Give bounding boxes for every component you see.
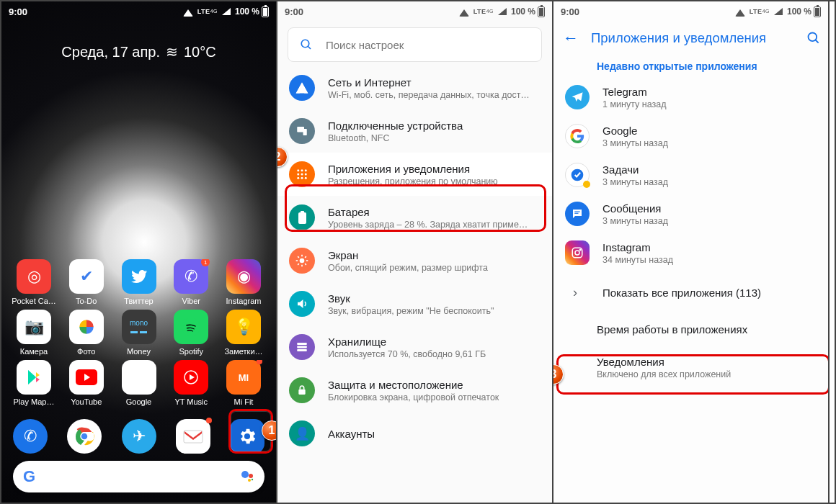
item-title: Сеть и Интернет: [328, 76, 541, 89]
status-bar: 9:00 LTE4G 100 %: [553, 1, 828, 22]
app-phone[interactable]: ✆: [13, 419, 48, 454]
app-viber[interactable]: ✆1 Viber: [169, 259, 213, 305]
svg-point-17: [301, 169, 303, 171]
app-label: Google: [126, 397, 151, 406]
back-button[interactable]: ←: [561, 29, 581, 48]
app-twitter[interactable]: Твиттер: [117, 259, 161, 305]
search-button[interactable]: [806, 31, 821, 45]
app-ytmusic[interactable]: YT Music: [169, 360, 213, 406]
app-chrome[interactable]: [67, 419, 102, 454]
svg-point-21: [305, 174, 307, 176]
item-sub: Wi-Fi, моб. сеть, передача данных, точка…: [328, 90, 541, 100]
ytmusic-icon: [181, 367, 201, 387]
svg-rect-36: [297, 343, 307, 345]
telegram-icon: ✈: [133, 427, 146, 446]
recent-app-telegram[interactable]: Telegram 1 минуту назад: [553, 78, 828, 117]
app-instagram[interactable]: ◉ Instagram: [221, 259, 266, 305]
svg-line-35: [305, 256, 306, 258]
show-all-apps[interactable]: › Показать все приложения (113): [553, 272, 828, 313]
google-g-icon: [570, 129, 584, 143]
app-pocketcasts[interactable]: ◎ Pocket Ca…: [12, 259, 56, 305]
app-settings[interactable]: [230, 419, 264, 454]
sound-icon: [295, 297, 308, 310]
dock: ✆ ✈: [1, 410, 276, 456]
settings-connected[interactable]: Подключенные устройства Bluetooth, NFC: [277, 109, 552, 153]
recent-app-instagram[interactable]: Instagram 34 минуты назад: [553, 233, 828, 272]
mi-icon: MI: [239, 372, 249, 383]
settings-display[interactable]: Экран Обои, спящий режим, размер шрифта: [277, 239, 552, 282]
settings-security[interactable]: Защита и местоположение Блокировка экран…: [277, 369, 552, 412]
camera-icon: 📷: [25, 318, 44, 336]
app-gmail[interactable]: [176, 419, 210, 454]
svg-point-46: [575, 251, 579, 255]
weather-icon: ≋: [166, 43, 178, 60]
app-name: Задачи: [602, 163, 817, 176]
spotify-icon: [181, 317, 201, 337]
app-label: YT Music: [174, 397, 208, 406]
app-telegram[interactable]: ✈: [122, 419, 156, 454]
search-settings[interactable]: Поиск настроек: [288, 27, 542, 62]
svg-rect-37: [297, 346, 307, 348]
chevron-right-icon: ›: [565, 285, 585, 300]
status-time: 9:00: [9, 6, 27, 17]
app-google-folder[interactable]: Google: [117, 360, 161, 406]
svg-point-12: [301, 40, 309, 48]
date-widget[interactable]: Среда, 17 апр. ≋ 10°C: [1, 43, 276, 60]
gear-icon: [237, 426, 257, 446]
section-notifications[interactable]: Уведомления Включено для всех приложений: [553, 346, 828, 390]
app-mifit[interactable]: MI Mi Fit: [221, 360, 266, 406]
signal-icon: [222, 8, 231, 15]
recent-apps-list: Telegram 1 минуту назад Google 3 минуты …: [553, 78, 828, 272]
settings-sound[interactable]: Звук Звук, вибрация, режим "Не беспокоит…: [277, 282, 552, 325]
notification-dot: [206, 418, 212, 423]
telegram-icon: [571, 91, 584, 104]
recent-app-tasks[interactable]: Задачи 3 минуты назад: [553, 156, 828, 194]
settings-battery[interactable]: Батарея Уровень заряда – 28 %. Заряда хв…: [277, 196, 552, 239]
item-sub: Используется 70 %, свободно 9,61 ГБ: [328, 349, 541, 359]
app-notes[interactable]: 💡 Заметки…: [221, 310, 266, 356]
app-photos[interactable]: Фото: [64, 310, 109, 356]
app-todo[interactable]: ✔ To-Do: [64, 259, 109, 305]
app-playstore[interactable]: Play Мар…: [12, 360, 56, 406]
svg-rect-38: [297, 349, 307, 351]
google-search-bar[interactable]: G: [13, 461, 264, 492]
app-label: Твиттер: [124, 297, 153, 305]
app-camera[interactable]: 📷 Камера: [12, 310, 56, 356]
settings-accounts[interactable]: 👤 Аккаунты: [277, 412, 552, 448]
date-text: Среда, 17 апр.: [61, 44, 160, 60]
item-title: Экран: [328, 249, 541, 261]
screen-header: ← Приложения и уведомления: [553, 22, 828, 55]
settings-storage[interactable]: Хранилище Используется 70 %, свободно 9,…: [277, 325, 552, 369]
app-label: Фото: [77, 347, 95, 356]
messages-icon: [571, 207, 584, 220]
signal-icon: [498, 8, 507, 15]
svg-line-32: [298, 256, 299, 258]
battery-icon: [298, 211, 307, 225]
section-screentime[interactable]: Время работы в приложениях: [553, 313, 828, 346]
apps-notifications-screen: 9:00 LTE4G 100 % ← Приложения и уведомле…: [553, 1, 830, 503]
section-sub: Включено для всех приложений: [597, 369, 817, 379]
app-label: Камера: [20, 347, 48, 356]
settings-apps[interactable]: Приложения и уведомления Разрешения, при…: [277, 153, 552, 196]
app-label: Mi Fit: [234, 397, 254, 406]
recent-app-messages[interactable]: Сообщения 3 минуты назад: [553, 194, 828, 233]
app-youtube[interactable]: YouTube: [64, 360, 109, 406]
app-spotify[interactable]: Spotify: [169, 310, 213, 356]
tasks-icon: [570, 168, 584, 182]
app-time: 34 минуты назад: [602, 255, 817, 265]
svg-point-11: [252, 479, 253, 480]
viber-icon: ✆: [184, 267, 197, 286]
brightness-icon: [295, 253, 309, 268]
app-money[interactable]: mono▬ ▬ Money: [117, 310, 161, 356]
wifi-icon: [459, 6, 469, 17]
svg-line-34: [298, 264, 299, 265]
recent-app-google[interactable]: Google 3 минуты назад: [553, 117, 828, 156]
assistant-icon[interactable]: [240, 469, 254, 484]
status-bar: 9:00 LTE4G 100 %: [1, 1, 276, 22]
battery-indicator: 100 %: [511, 6, 545, 17]
devices-icon: [295, 125, 308, 138]
temperature: 10°C: [184, 44, 216, 60]
apps-icon: [295, 168, 308, 181]
settings-network[interactable]: Сеть и Интернет Wi-Fi, моб. сеть, переда…: [277, 66, 552, 109]
wifi-icon: [183, 6, 193, 17]
